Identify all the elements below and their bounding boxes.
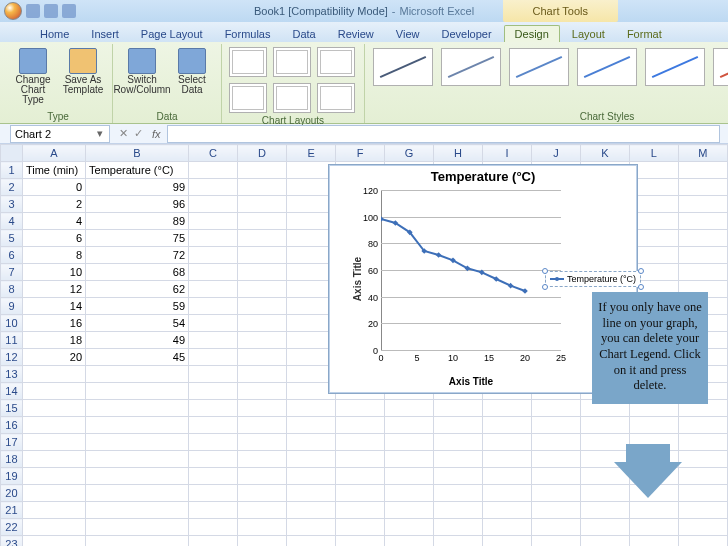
cell[interactable]: 0 [22,179,85,196]
cell[interactable] [22,400,85,417]
cell[interactable] [86,383,189,400]
row-header[interactable]: 15 [1,400,23,417]
cell[interactable] [238,298,287,315]
cell[interactable] [385,502,434,519]
cell[interactable] [531,502,580,519]
cell[interactable] [678,213,727,230]
cell[interactable]: 68 [86,264,189,281]
cell[interactable] [238,332,287,349]
column-header[interactable]: D [238,145,287,162]
cell[interactable] [336,468,385,485]
row-header[interactable]: 5 [1,230,23,247]
cell[interactable] [678,434,727,451]
cell[interactable] [22,485,85,502]
cell[interactable] [385,519,434,536]
cell[interactable] [287,519,336,536]
cell[interactable] [287,502,336,519]
cell[interactable] [434,536,483,547]
column-header[interactable]: I [483,145,532,162]
cell[interactable] [238,162,287,179]
cell[interactable] [238,349,287,366]
cell[interactable] [189,264,238,281]
cell[interactable] [189,536,238,547]
chart-layout-option[interactable] [273,47,311,77]
row-header[interactable]: 9 [1,298,23,315]
cell[interactable] [678,485,727,502]
name-box[interactable]: Chart 2 ▾ [10,125,110,143]
column-header[interactable]: H [434,145,483,162]
row-header[interactable]: 10 [1,315,23,332]
cell[interactable] [483,468,532,485]
cell[interactable] [22,366,85,383]
cell[interactable] [336,451,385,468]
cell[interactable]: Temperature (°C) [86,162,189,179]
cell[interactable] [189,162,238,179]
cell[interactable] [86,451,189,468]
select-all-corner[interactable] [1,145,23,162]
cell[interactable] [238,230,287,247]
cell[interactable] [336,434,385,451]
cell[interactable] [336,536,385,547]
cell[interactable] [434,417,483,434]
cell[interactable]: 59 [86,298,189,315]
tab-format[interactable]: Format [617,26,672,42]
cell[interactable]: 4 [22,213,85,230]
cell[interactable] [678,468,727,485]
cell[interactable] [238,179,287,196]
cell[interactable] [678,247,727,264]
cell[interactable] [483,434,532,451]
cell[interactable] [678,196,727,213]
cell[interactable]: 62 [86,281,189,298]
row-header[interactable]: 16 [1,417,23,434]
cell[interactable] [336,417,385,434]
cell[interactable] [434,400,483,417]
column-header[interactable]: M [678,145,727,162]
cell[interactable] [483,417,532,434]
undo-icon[interactable] [44,4,58,18]
row-header[interactable]: 13 [1,366,23,383]
chart-layout-option[interactable] [317,47,355,77]
y-axis-title[interactable]: Axis Title [352,257,363,301]
cell[interactable] [287,400,336,417]
cell[interactable] [238,536,287,547]
cell[interactable]: 10 [22,264,85,281]
data-line[interactable] [381,191,561,351]
row-header[interactable]: 23 [1,536,23,547]
enter-icon[interactable]: ✓ [131,127,146,140]
column-header[interactable]: F [336,145,385,162]
cell[interactable] [238,213,287,230]
cell[interactable] [580,519,629,536]
cell[interactable]: 2 [22,196,85,213]
cell[interactable]: 75 [86,230,189,247]
cell[interactable]: 20 [22,349,85,366]
cell[interactable] [86,434,189,451]
cell[interactable] [189,247,238,264]
tab-design[interactable]: Design [504,25,560,42]
row-header[interactable]: 18 [1,451,23,468]
cell[interactable] [238,400,287,417]
cell[interactable] [238,468,287,485]
cell[interactable] [22,383,85,400]
cell[interactable] [189,349,238,366]
cell[interactable] [531,468,580,485]
cell[interactable] [385,485,434,502]
cell[interactable]: 54 [86,315,189,332]
cell[interactable] [531,417,580,434]
cell[interactable] [629,519,678,536]
cell[interactable] [678,536,727,547]
tab-formulas[interactable]: Formulas [215,26,281,42]
cell[interactable] [189,451,238,468]
cell[interactable] [336,519,385,536]
cell[interactable] [287,434,336,451]
cell[interactable] [189,332,238,349]
cell[interactable]: 12 [22,281,85,298]
chart-title[interactable]: Temperature (°C) [329,165,637,186]
cell[interactable] [434,502,483,519]
tab-review[interactable]: Review [328,26,384,42]
cell[interactable] [678,162,727,179]
cell[interactable] [189,519,238,536]
cell[interactable] [678,519,727,536]
chart-legend[interactable]: Temperature (°C) [545,271,641,287]
column-header[interactable]: C [189,145,238,162]
cell[interactable] [22,434,85,451]
